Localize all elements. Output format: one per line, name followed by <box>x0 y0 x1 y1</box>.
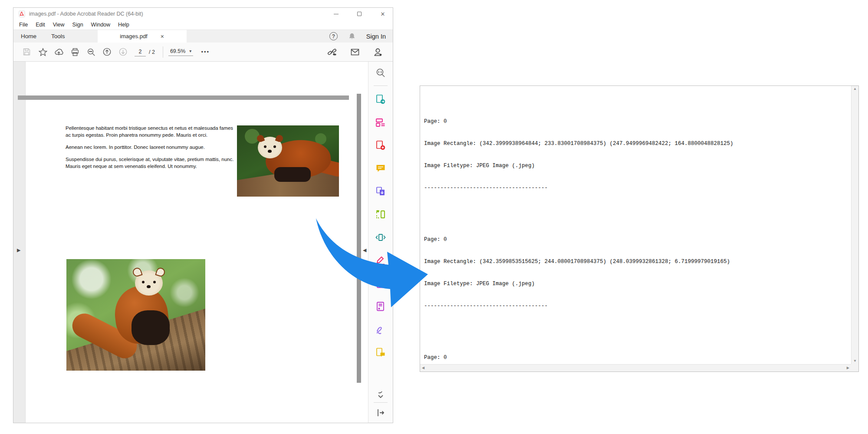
output-text: Page: 0 Image Rectangle: (342.3999938964… <box>420 86 851 364</box>
bookmark-star-button[interactable] <box>35 46 51 59</box>
output-panel: Page: 0 Image Rectangle: (342.3999938964… <box>420 85 859 372</box>
panda-eye <box>264 145 266 148</box>
save-button[interactable] <box>19 46 35 59</box>
combine-files-icon[interactable] <box>372 183 389 200</box>
red-panda-image-bottom <box>66 259 205 371</box>
panda-head <box>258 137 282 158</box>
image-record: Page: 0 Image Rectangle: (411.9500122070… <box>424 339 851 364</box>
scroll-left-icon[interactable]: ◀ <box>422 366 424 370</box>
tab-document-label: images.pdf <box>120 33 148 39</box>
email-button[interactable] <box>347 46 363 59</box>
record-page-line: Page: 0 <box>424 236 851 243</box>
open-tools-pane-icon[interactable] <box>372 406 389 419</box>
navigation-pane-strip <box>13 62 26 423</box>
zoom-level-value: 69.5% <box>170 48 185 54</box>
share-link-button[interactable] <box>324 46 340 59</box>
edit-pdf-icon[interactable] <box>372 114 389 131</box>
help-icon[interactable]: ? <box>329 32 338 40</box>
menu-sign[interactable]: Sign <box>69 21 87 29</box>
document-area: ▶ Pellentesque habitant morbi tristique … <box>13 62 393 423</box>
menu-view[interactable]: View <box>49 21 69 29</box>
panda-eye <box>273 145 276 148</box>
panda-ear <box>132 266 142 277</box>
nav-pane-expand-arrow-icon[interactable]: ▶ <box>17 247 20 253</box>
menubar: File Edit View Sign Window Help <box>13 20 393 30</box>
titlebar: images.pdf - Adobe Acrobat Reader DC (64… <box>13 8 393 20</box>
send-for-comments-icon[interactable] <box>372 344 389 361</box>
rail-divider <box>374 85 388 86</box>
panda-ear <box>275 134 284 143</box>
account-profile-button[interactable] <box>370 46 386 59</box>
tab-tools[interactable]: Tools <box>44 30 72 43</box>
page-total-label: / 2 <box>149 49 155 55</box>
menu-edit[interactable]: Edit <box>32 21 49 29</box>
panel-vertical-scrollbar[interactable]: ▲ ▼ <box>851 86 858 364</box>
panda-eye <box>142 281 145 283</box>
page-number-input[interactable] <box>135 48 146 56</box>
pdf-paragraph: Pellentesque habitant morbi tristique se… <box>66 125 235 138</box>
more-rail-tools-icon[interactable] <box>372 388 389 401</box>
menu-window[interactable]: Window <box>87 21 114 29</box>
chevron-down-icon: ▾ <box>189 49 191 53</box>
more-tools-button[interactable]: ••• <box>201 49 210 55</box>
export-pdf-icon[interactable] <box>372 91 389 108</box>
tabbar-right: ? Sign In <box>329 30 393 43</box>
compress-pdf-icon[interactable] <box>372 229 389 246</box>
minimize-button[interactable] <box>333 11 339 17</box>
close-button[interactable]: ✕ <box>380 11 386 17</box>
next-page-button[interactable] <box>115 46 131 59</box>
scroll-down-icon[interactable]: ▼ <box>853 359 857 363</box>
tabbar: Home Tools images.pdf × ? Sign In <box>13 30 393 43</box>
record-rect-line: Image Rectangle: (342.3599853515625; 244… <box>424 258 851 266</box>
image-record: Page: 0 Image Rectangle: (342.3599853515… <box>424 221 851 325</box>
previous-page-button[interactable] <box>99 46 115 59</box>
pdf-paragraph: Suspendisse dui purus, scelerisque at, v… <box>66 156 235 170</box>
document-scrollbar-thumb[interactable] <box>357 94 361 383</box>
panel-horizontal-scrollbar[interactable]: ◀ ▶ <box>420 364 851 372</box>
redact-icon[interactable] <box>372 252 389 269</box>
panda-nose <box>268 150 272 153</box>
comment-icon[interactable] <box>372 160 389 177</box>
pdf-page-text: Pellentesque habitant morbi tristique se… <box>66 125 235 175</box>
organize-pages-icon[interactable] <box>372 206 389 223</box>
acrobat-window: images.pdf - Adobe Acrobat Reader DC (64… <box>13 7 393 423</box>
record-page-line: Page: 0 <box>424 118 851 125</box>
create-pdf-icon[interactable] <box>372 137 389 154</box>
fill-and-sign-icon[interactable] <box>372 321 389 338</box>
zoom-dropdown[interactable]: 69.5% ▾ <box>168 48 193 56</box>
window-controls: ✕ <box>333 11 386 17</box>
tab-home[interactable]: Home <box>13 30 44 43</box>
record-separator: -------------------------------------- <box>424 184 851 192</box>
sign-in-button[interactable]: Sign In <box>366 33 386 40</box>
prepare-form-icon[interactable] <box>372 275 389 292</box>
search-button[interactable] <box>83 46 99 59</box>
panda-ear <box>155 266 166 277</box>
tab-close-icon[interactable]: × <box>161 33 164 39</box>
toolbar: / 2 69.5% ▾ ••• <box>13 43 393 62</box>
record-filetype-line: Image Filetype: JPEG Image (.jpeg) <box>424 162 851 170</box>
scroll-right-icon[interactable]: ▶ <box>847 366 849 370</box>
tab-document[interactable]: images.pdf × <box>98 30 187 43</box>
page-separator-bar <box>18 95 349 100</box>
tools-pane-collapse-arrow-icon[interactable]: ◀ <box>363 247 366 253</box>
menu-help[interactable]: Help <box>114 21 133 29</box>
toolbar-divider <box>163 46 163 58</box>
panda-legs <box>274 167 311 182</box>
menu-file[interactable]: File <box>15 21 32 29</box>
maximize-icon <box>357 12 362 16</box>
request-signatures-icon[interactable] <box>372 298 389 315</box>
record-separator: -------------------------------------- <box>424 302 851 310</box>
search-document-icon[interactable] <box>372 64 389 82</box>
cloud-upload-button[interactable] <box>51 46 67 59</box>
red-panda-image-top <box>237 125 339 197</box>
pdf-paragraph: Aenean nec lorem. In porttitor. Donec la… <box>66 144 235 151</box>
panda-head <box>135 270 163 296</box>
scroll-up-icon[interactable]: ▲ <box>853 87 857 91</box>
print-button[interactable] <box>67 46 83 59</box>
rail-divider <box>374 402 388 403</box>
window-title: images.pdf - Adobe Acrobat Reader DC (64… <box>29 11 333 17</box>
record-rect-line: Image Rectangle: (342.3999938964844; 233… <box>424 140 851 148</box>
notifications-bell-icon[interactable] <box>348 32 356 40</box>
maximize-button[interactable] <box>356 11 362 17</box>
page-navigation: / 2 <box>135 48 155 56</box>
